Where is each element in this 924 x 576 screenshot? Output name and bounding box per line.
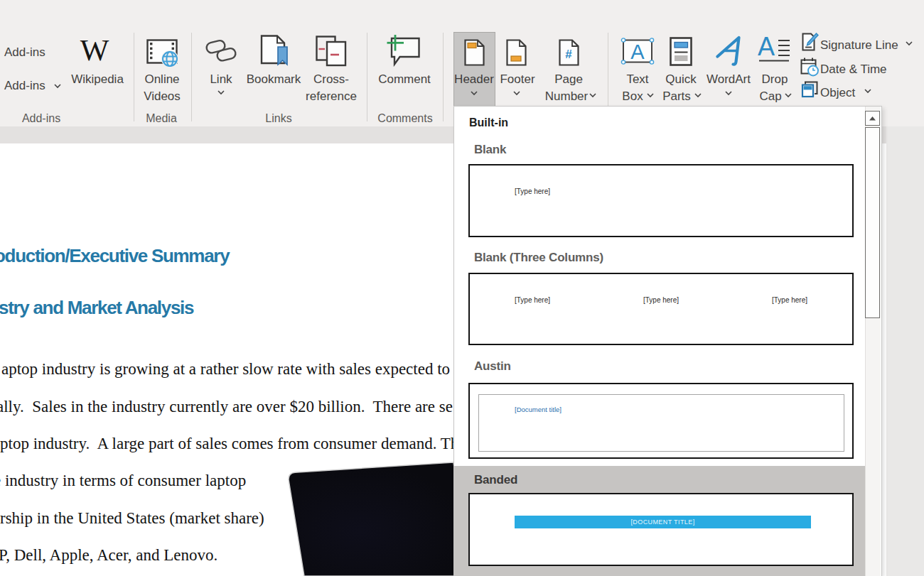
svg-text:#: # [565,48,572,61]
svg-text:A: A [758,32,775,61]
svg-text:A: A [630,40,645,63]
